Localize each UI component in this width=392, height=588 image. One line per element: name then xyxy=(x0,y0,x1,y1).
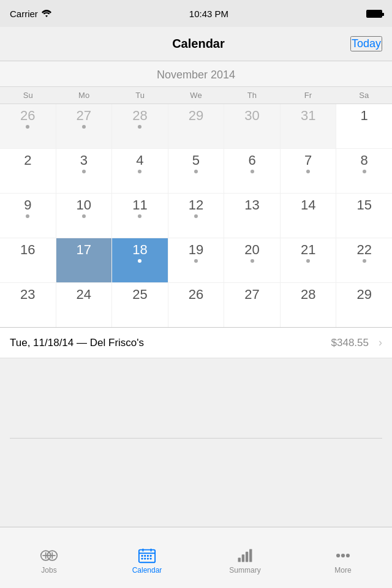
calendar-icon xyxy=(138,548,156,564)
cal-cell-4-1[interactable]: 24 xyxy=(56,283,112,327)
event-date: Tue, 11/18/14 xyxy=(10,337,74,349)
cal-cell-3-2[interactable]: 18 xyxy=(112,238,168,282)
cal-num: 5 xyxy=(192,153,200,168)
jobs-icon xyxy=(40,548,58,564)
day-header-fr: Fr xyxy=(280,87,336,104)
cal-cell-0-2[interactable]: 28 xyxy=(112,104,168,148)
cal-num: 21 xyxy=(301,242,315,258)
day-header-su: Su xyxy=(0,87,56,104)
cal-num: 16 xyxy=(20,242,35,258)
event-row[interactable]: Tue, 11/18/14 — Del Frisco's $348.55 › xyxy=(0,328,392,358)
cal-cell-0-5[interactable]: 31 xyxy=(281,104,336,148)
cal-num: 25 xyxy=(132,287,147,303)
cal-cell-1-4[interactable]: 6 xyxy=(224,149,280,193)
cal-num: 6 xyxy=(248,153,255,168)
tab-bar: Jobs Calendar xyxy=(0,527,392,588)
cal-cell-4-4[interactable]: 27 xyxy=(224,283,280,327)
cal-dot xyxy=(194,214,198,218)
cal-num: 22 xyxy=(356,242,371,258)
cal-cell-2-0[interactable]: 9 xyxy=(0,194,56,238)
cal-dot xyxy=(138,259,141,263)
cal-dot xyxy=(26,125,29,129)
cal-num: 27 xyxy=(244,287,259,303)
cal-cell-3-1[interactable]: 17 xyxy=(56,238,112,282)
cal-dot xyxy=(363,259,366,263)
event-date-name: Tue, 11/18/14 — Del Frisco's xyxy=(10,337,326,349)
cal-cell-3-5[interactable]: 21 xyxy=(281,238,336,282)
cal-dot xyxy=(194,170,198,173)
cal-cell-2-4[interactable]: 13 xyxy=(224,194,280,238)
tab-summary-label: Summary xyxy=(229,566,260,575)
cal-num: 29 xyxy=(356,287,371,303)
cal-num: 19 xyxy=(189,242,203,258)
cal-cell-4-3[interactable]: 26 xyxy=(168,283,224,327)
cal-dot xyxy=(138,125,141,129)
cal-num: 10 xyxy=(77,197,91,213)
cal-dot xyxy=(82,170,86,173)
cal-cell-0-6[interactable]: 1 xyxy=(336,104,392,148)
cal-dot xyxy=(251,259,254,263)
cal-cell-3-3[interactable]: 19 xyxy=(168,238,224,282)
tab-jobs[interactable]: Jobs xyxy=(0,527,98,588)
cal-num: 7 xyxy=(304,153,312,168)
cal-cell-0-4[interactable]: 30 xyxy=(224,104,280,148)
cal-num: 30 xyxy=(244,108,259,124)
svg-rect-15 xyxy=(144,557,146,559)
svg-rect-11 xyxy=(144,555,146,557)
event-amount: $348.55 xyxy=(331,337,369,349)
cal-cell-0-0[interactable]: 26 xyxy=(0,104,56,148)
cal-dot xyxy=(363,170,366,173)
cal-dot xyxy=(138,170,141,173)
cal-num: 28 xyxy=(132,108,147,124)
cal-cell-2-3[interactable]: 12 xyxy=(168,194,224,238)
more-icon xyxy=(334,548,352,564)
cal-cell-4-6[interactable]: 29 xyxy=(336,283,392,327)
status-carrier: Carrier xyxy=(10,9,51,19)
cal-cell-1-6[interactable]: 8 xyxy=(336,149,392,193)
cal-num: 26 xyxy=(189,287,203,303)
cal-cell-0-1[interactable]: 27 xyxy=(56,104,112,148)
tab-more[interactable]: More xyxy=(294,527,392,588)
cal-cell-1-2[interactable]: 4 xyxy=(112,149,168,193)
cal-num: 2 xyxy=(24,153,31,168)
cal-cell-4-0[interactable]: 23 xyxy=(0,283,56,327)
cal-cell-0-3[interactable]: 29 xyxy=(168,104,224,148)
tab-summary[interactable]: Summary xyxy=(196,527,294,588)
calendar-container: November 2014 Su Mo Tu We Th Fr Sa 26272… xyxy=(0,61,392,328)
svg-rect-12 xyxy=(147,555,149,557)
cal-cell-2-1[interactable]: 10 xyxy=(56,194,112,238)
cal-cell-1-1[interactable]: 3 xyxy=(56,149,112,193)
cal-cell-3-6[interactable]: 22 xyxy=(336,238,392,282)
cal-cell-1-5[interactable]: 7 xyxy=(281,149,336,193)
day-header-we: We xyxy=(168,87,224,104)
svg-rect-14 xyxy=(141,557,143,559)
cal-dot xyxy=(251,170,254,173)
cal-num: 4 xyxy=(136,153,143,168)
day-header-tu: Tu xyxy=(112,87,168,104)
cal-cell-3-0[interactable]: 16 xyxy=(0,238,56,282)
tab-calendar[interactable]: Calendar xyxy=(98,527,196,588)
cal-dot xyxy=(138,214,141,218)
cal-cell-4-2[interactable]: 25 xyxy=(112,283,168,327)
today-button[interactable]: Today xyxy=(350,36,382,51)
cal-cell-2-6[interactable]: 15 xyxy=(336,194,392,238)
day-header-sa: Sa xyxy=(336,87,392,104)
svg-rect-19 xyxy=(242,554,244,562)
day-header-mo: Mo xyxy=(56,87,111,104)
cal-num: 27 xyxy=(77,108,91,124)
cal-num: 15 xyxy=(356,197,371,213)
event-name: Del Frisco's xyxy=(90,337,144,349)
cal-cell-2-2[interactable]: 11 xyxy=(112,194,168,238)
cal-cell-3-4[interactable]: 20 xyxy=(224,238,280,282)
cal-num: 26 xyxy=(20,108,35,124)
cal-cell-4-5[interactable]: 28 xyxy=(281,283,336,327)
event-dash: — xyxy=(77,337,90,349)
cal-num: 14 xyxy=(301,197,315,213)
cal-cell-1-0[interactable]: 2 xyxy=(0,149,56,193)
cal-cell-1-3[interactable]: 5 xyxy=(168,149,224,193)
tab-jobs-label: Jobs xyxy=(41,566,56,575)
svg-rect-20 xyxy=(246,551,248,562)
tab-calendar-label: Calendar xyxy=(132,566,162,575)
cal-cell-2-5[interactable]: 14 xyxy=(281,194,336,238)
cal-num: 8 xyxy=(361,153,368,168)
